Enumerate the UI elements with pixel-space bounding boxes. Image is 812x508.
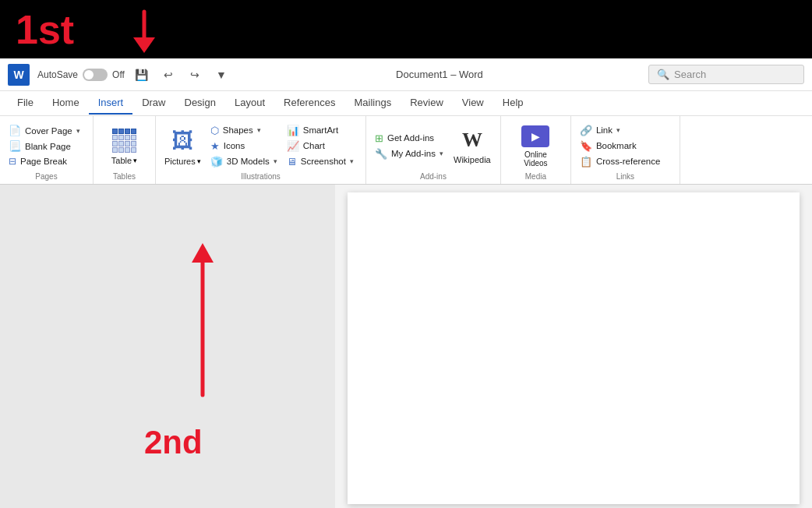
cover-page-button[interactable]: 📄 Cover Page ▾ [5,123,84,138]
title-bar: W AutoSave Off 💾 ↩ ↪ ▼ Document1 – Word … [0,58,812,91]
addins-group-body: ⊞ Get Add-ins 🔧 My Add-ins ▾ W Wikipedia [371,119,496,172]
search-box[interactable]: 🔍 Search [648,65,804,84]
screenshot-label: Screenshot [301,157,346,166]
screenshot-button[interactable]: 🖥 Screenshot ▾ [283,154,358,169]
svg-marker-3 [192,243,214,263]
left-panel: 2nd [0,185,335,508]
smartart-icon: 📊 [287,125,299,136]
tab-review[interactable]: Review [401,92,453,115]
first-annotation-label: 1st [16,9,74,50]
pages-group-body: 📄 Cover Page ▾ 📃 Blank Page ⊟ Page Break [5,119,88,172]
shapes-icon: ⬡ [210,125,219,136]
links-group-body: 🔗 Link ▾ 🔖 Bookmark 📋 Cross-reference [576,119,675,172]
get-addins-icon: ⊞ [375,132,383,144]
document-area [335,185,812,508]
table-arrow-icon: ▾ [133,157,137,164]
icons-label: Icons [224,141,245,150]
get-addins-label: Get Add-ins [387,133,434,143]
illustrations-group-body: 🖼 Pictures ▾ ⬡ Shapes ▾ ★ Icons 🧊 [161,119,361,172]
3d-models-arrow-icon: ▾ [274,157,277,165]
smartart-label: SmartArt [303,125,338,135]
wikipedia-button[interactable]: W Wikipedia [449,124,496,168]
tab-references[interactable]: References [274,92,344,115]
redo-button[interactable]: ↪ [185,65,204,84]
bookmark-icon: 🔖 [580,140,592,152]
link-icon: 🔗 [580,125,592,136]
tab-help[interactable]: Help [493,92,533,115]
cross-reference-button[interactable]: 📋 Cross-reference [576,154,664,169]
3d-models-button[interactable]: 🧊 3D Models ▾ [207,154,281,169]
screenshot-icon: 🖥 [287,156,297,168]
tab-design[interactable]: Design [175,92,225,115]
page-break-label: Page Break [20,157,67,166]
table-label: Table [111,156,132,165]
media-group-body: ▶ OnlineVideos [517,119,553,172]
link-button[interactable]: 🔗 Link ▾ [576,123,664,138]
first-arrow-icon [121,8,168,55]
3d-models-icon: 🧊 [210,156,223,168]
tab-layout[interactable]: Layout [225,92,274,115]
cross-reference-icon: 📋 [580,156,592,168]
wikipedia-w-icon: W [462,129,482,152]
illustrations-group: 🖼 Pictures ▾ ⬡ Shapes ▾ ★ Icons 🧊 [156,116,366,184]
pages-group-label: Pages [5,172,88,182]
blank-page-button[interactable]: 📃 Blank Page [5,139,84,153]
table-button[interactable]: Table ▾ [108,124,142,168]
tables-group: Table ▾ Tables [94,116,156,184]
cover-page-label: Cover Page [25,126,72,136]
tab-home[interactable]: Home [43,92,89,115]
illustrations-group-label: Illustrations [161,172,361,182]
bookmark-button[interactable]: 🔖 Bookmark [576,139,664,153]
page-break-button[interactable]: ⊟ Page Break [5,154,84,168]
autosave-area: AutoSave Off [37,69,125,81]
shapes-button[interactable]: ⬡ Shapes ▾ [207,123,281,138]
smartart-button[interactable]: 📊 SmartArt [283,123,358,138]
autosave-label: AutoSave [37,69,78,80]
save-button[interactable]: 💾 [132,65,151,84]
addins-group: ⊞ Get Add-ins 🔧 My Add-ins ▾ W Wikipedia… [366,116,501,184]
tab-view[interactable]: View [453,92,493,115]
wikipedia-label: Wikipedia [454,155,491,164]
pages-group: 📄 Cover Page ▾ 📃 Blank Page ⊟ Page Break… [0,116,94,184]
shapes-arrow-icon: ▾ [257,126,261,134]
link-label: Link [596,125,613,135]
screenshot-arrow-icon: ▾ [350,157,354,165]
tab-file[interactable]: File [8,92,43,115]
illustrations-small-buttons-2: 📊 SmartArt 📈 Chart 🖥 Screenshot ▾ [283,123,358,169]
tab-draw[interactable]: Draw [132,92,175,115]
pictures-arrow-icon: ▾ [197,157,201,165]
online-videos-button[interactable]: ▶ OnlineVideos [517,121,553,171]
search-icon: 🔍 [657,69,669,80]
cover-page-icon: 📄 [9,125,21,136]
second-annotation-label: 2nd [144,424,203,461]
ribbon-content: 📄 Cover Page ▾ 📃 Blank Page ⊟ Page Break… [0,116,812,185]
blank-page-icon: 📃 [9,140,21,152]
table-grid-icon [112,129,136,153]
pages-group-items: 📄 Cover Page ▾ 📃 Blank Page ⊟ Page Break [5,123,84,168]
my-addins-arrow-icon: ▾ [440,150,443,157]
pictures-button[interactable]: 🖼 Pictures ▾ [161,123,205,169]
chart-button[interactable]: 📈 Chart [283,139,358,153]
3d-models-label: 3D Models [227,157,270,166]
media-group: ▶ OnlineVideos Media [501,116,571,184]
document-title: Document1 – Word [238,69,641,80]
icons-button[interactable]: ★ Icons [207,139,281,153]
link-arrow-icon: ▾ [616,126,620,134]
media-group-label: Media [525,172,546,182]
bookmark-label: Bookmark [596,141,637,150]
my-addins-button[interactable]: 🔧 My Add-ins ▾ [371,146,447,161]
page-break-icon: ⊟ [9,156,16,167]
get-addins-button[interactable]: ⊞ Get Add-ins [371,131,447,146]
chart-label: Chart [303,141,325,150]
document-page [348,192,800,504]
tab-mailings[interactable]: Mailings [345,92,401,115]
addins-left: ⊞ Get Add-ins 🔧 My Add-ins ▾ [371,131,447,161]
undo-button[interactable]: ↩ [159,65,178,84]
addins-group-label: Add-ins [371,172,496,182]
online-videos-label: OnlineVideos [524,150,547,168]
pictures-label: Pictures [164,157,196,166]
tables-group-body: Table ▾ [108,119,142,172]
autosave-toggle[interactable] [83,69,108,81]
tab-insert[interactable]: Insert [89,92,133,115]
customize-qat-button[interactable]: ▼ [212,65,231,84]
